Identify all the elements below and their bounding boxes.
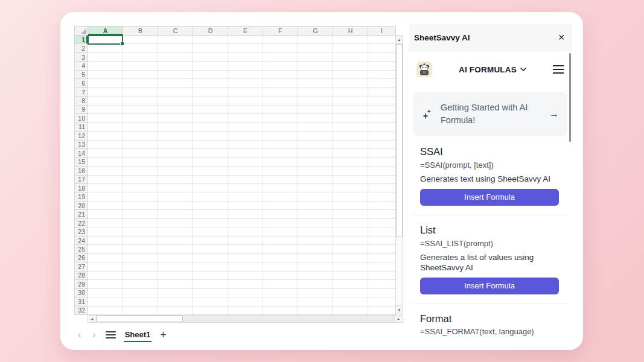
insert-formula-button[interactable]: Insert Formula xyxy=(420,189,559,206)
cell-C10[interactable] xyxy=(158,114,193,122)
cell-I27[interactable] xyxy=(368,262,396,271)
cell-H14[interactable] xyxy=(333,149,368,157)
cell-C26[interactable] xyxy=(158,254,193,262)
cell-I24[interactable] xyxy=(368,237,396,245)
row-header-25[interactable]: 25 xyxy=(75,245,88,253)
cell-A21[interactable] xyxy=(88,210,123,218)
cell-C22[interactable] xyxy=(158,219,193,227)
cell-F13[interactable] xyxy=(263,141,298,149)
cell-G26[interactable] xyxy=(298,254,333,262)
row-header-1[interactable]: 1 xyxy=(75,36,88,44)
row-header-18[interactable]: 18 xyxy=(75,184,88,192)
row-header-22[interactable]: 22 xyxy=(75,219,88,227)
cell-F7[interactable] xyxy=(263,88,298,97)
cell-I6[interactable] xyxy=(368,79,396,87)
cell-I19[interactable] xyxy=(368,192,396,201)
cell-A13[interactable] xyxy=(88,141,123,149)
sheet-nav-next-icon[interactable]: › xyxy=(91,330,97,340)
cell-G24[interactable] xyxy=(298,237,333,245)
row-header-14[interactable]: 14 xyxy=(75,149,88,157)
panel-menu-icon[interactable] xyxy=(553,65,564,73)
cell-H32[interactable] xyxy=(333,306,368,315)
cell-E31[interactable] xyxy=(228,297,263,306)
cell-B8[interactable] xyxy=(123,97,158,105)
cell-F2[interactable] xyxy=(263,44,298,52)
cell-D14[interactable] xyxy=(193,149,228,157)
panel-scrollbar-thumb[interactable] xyxy=(569,53,571,142)
cell-C12[interactable] xyxy=(158,132,193,140)
cell-C5[interactable] xyxy=(158,71,193,79)
row-header-26[interactable]: 26 xyxy=(75,254,88,262)
cell-F18[interactable] xyxy=(263,184,298,192)
cell-E25[interactable] xyxy=(228,245,263,253)
cell-D8[interactable] xyxy=(193,97,228,105)
row-header-17[interactable]: 17 xyxy=(75,176,88,184)
sheet-tab-sheet1[interactable]: Sheet1 xyxy=(124,328,152,342)
cell-E8[interactable] xyxy=(228,97,263,105)
cell-B27[interactable] xyxy=(123,262,158,271)
cell-E3[interactable] xyxy=(228,53,263,62)
cell-D23[interactable] xyxy=(193,227,228,236)
cell-D20[interactable] xyxy=(193,202,228,210)
cell-G12[interactable] xyxy=(298,132,333,140)
cell-B24[interactable] xyxy=(123,237,158,245)
cell-C24[interactable] xyxy=(158,237,193,245)
cell-A17[interactable] xyxy=(88,176,123,184)
cell-E28[interactable] xyxy=(228,272,263,280)
row-header-24[interactable]: 24 xyxy=(75,237,88,245)
cell-E19[interactable] xyxy=(228,192,263,201)
sheet-list-menu-icon[interactable] xyxy=(106,331,116,338)
cell-A7[interactable] xyxy=(88,88,123,97)
cell-I22[interactable] xyxy=(368,219,396,227)
cell-B7[interactable] xyxy=(123,88,158,97)
cell-B3[interactable] xyxy=(123,53,158,62)
cell-G31[interactable] xyxy=(298,297,333,306)
cell-H6[interactable] xyxy=(333,79,368,87)
column-header-E[interactable]: E xyxy=(228,27,263,36)
row-header-20[interactable]: 20 xyxy=(75,202,88,210)
cell-D11[interactable] xyxy=(193,123,228,132)
cell-E24[interactable] xyxy=(228,237,263,245)
cell-A9[interactable] xyxy=(88,106,123,114)
cell-B29[interactable] xyxy=(123,280,158,288)
cell-E14[interactable] xyxy=(228,149,263,157)
cell-G1[interactable] xyxy=(298,36,333,44)
cell-D16[interactable] xyxy=(193,167,228,175)
cell-H16[interactable] xyxy=(333,167,368,175)
cell-D30[interactable] xyxy=(193,289,228,297)
cell-I28[interactable] xyxy=(368,272,396,280)
cell-F25[interactable] xyxy=(263,245,298,253)
cell-I5[interactable] xyxy=(368,71,396,79)
row-header-3[interactable]: 3 xyxy=(75,53,88,62)
cell-A26[interactable] xyxy=(88,254,123,262)
cell-G9[interactable] xyxy=(298,106,333,114)
row-header-21[interactable]: 21 xyxy=(75,210,88,218)
cell-A14[interactable] xyxy=(88,149,123,157)
cell-F24[interactable] xyxy=(263,237,298,245)
column-header-D[interactable]: D xyxy=(193,27,228,36)
cell-I13[interactable] xyxy=(368,141,396,149)
row-header-27[interactable]: 27 xyxy=(75,262,88,271)
cell-E5[interactable] xyxy=(228,71,263,79)
cell-A30[interactable] xyxy=(88,289,123,297)
cell-G32[interactable] xyxy=(298,306,333,315)
cell-A22[interactable] xyxy=(88,219,123,227)
cell-G19[interactable] xyxy=(298,192,333,201)
cell-H12[interactable] xyxy=(333,132,368,140)
cell-B28[interactable] xyxy=(123,272,158,280)
cell-I11[interactable] xyxy=(368,123,396,132)
cell-G3[interactable] xyxy=(298,53,333,62)
cell-F9[interactable] xyxy=(263,106,298,114)
cell-B2[interactable] xyxy=(123,44,158,52)
cell-H26[interactable] xyxy=(333,254,368,262)
cell-B18[interactable] xyxy=(123,184,158,192)
cell-I15[interactable] xyxy=(368,158,396,167)
cell-F31[interactable] xyxy=(263,297,298,306)
cell-D31[interactable] xyxy=(193,297,228,306)
cell-G25[interactable] xyxy=(298,245,333,253)
cell-D3[interactable] xyxy=(193,53,228,62)
cell-C32[interactable] xyxy=(158,306,193,315)
cell-A3[interactable] xyxy=(88,53,123,62)
cell-D29[interactable] xyxy=(193,280,228,288)
cell-E18[interactable] xyxy=(228,184,263,192)
